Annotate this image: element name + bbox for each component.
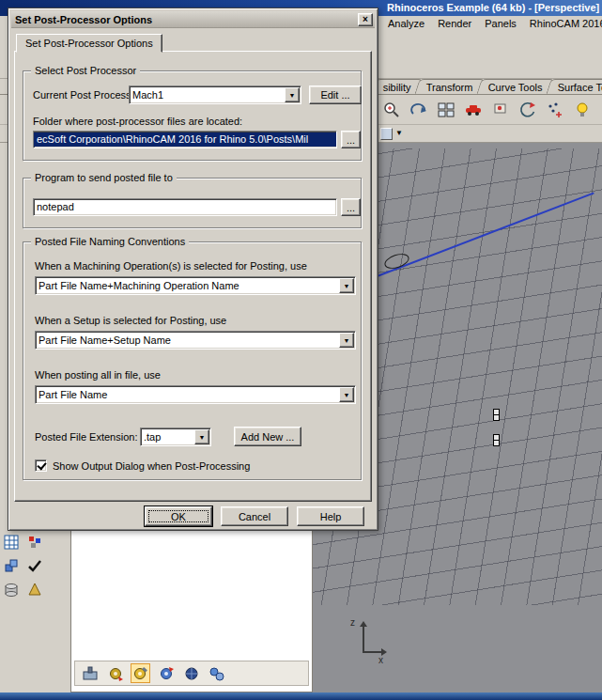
status-bar	[0, 692, 602, 700]
group-naming-conventions: Posted File Naming Conventions When a Ma…	[23, 241, 362, 480]
cancel-button[interactable]: Cancel	[221, 506, 288, 526]
cone-icon[interactable]	[26, 582, 45, 600]
cylinder-icon[interactable]	[3, 582, 22, 600]
red-car-icon[interactable]	[463, 100, 484, 120]
group-title: Select Post Processor	[31, 64, 140, 77]
cam-panel-toolbar	[74, 661, 309, 686]
help-button[interactable]: Help	[297, 506, 364, 526]
check-icon[interactable]	[26, 557, 45, 576]
stock-icon[interactable]	[181, 663, 201, 683]
folder-label: Folder where post-processor files are lo…	[33, 116, 242, 127]
machine-icon[interactable]	[80, 663, 100, 683]
all-naming-combobox[interactable]: Part File Name ▼	[35, 385, 356, 404]
chevron-down-icon[interactable]: ▼	[339, 387, 354, 402]
circle-arrow-icon[interactable]	[517, 100, 538, 120]
lightbulb-icon[interactable]	[572, 100, 593, 120]
operation-naming-combobox[interactable]: Part File Name+Machining Operation Name …	[35, 276, 356, 295]
axis-z-label: z	[350, 617, 355, 628]
stacked-cubes-icon[interactable]	[3, 557, 22, 576]
menu-analyze[interactable]: Analyze	[381, 18, 431, 29]
dialog-titlebar[interactable]: Set Post-Processor Options ×	[11, 11, 375, 28]
setup-naming-label: When a Setup is selected for Posting, us…	[35, 315, 226, 326]
folder-path-input[interactable]: ecSoft Corporation\RhinoCAM 2016 for Rhi…	[33, 131, 337, 148]
chevron-down-icon[interactable]: ▼	[339, 333, 354, 348]
extension-combobox[interactable]: .tap ▼	[140, 428, 211, 446]
rotate-view-icon[interactable]	[409, 100, 429, 120]
browse-folder-button[interactable]: ...	[341, 131, 361, 148]
chevron-down-icon[interactable]: ▼	[194, 429, 209, 444]
group-program-to-send: Program to send posted file to notepad .…	[23, 178, 362, 228]
colored-squares-icon[interactable]	[26, 534, 45, 552]
tab-surface-tools[interactable]: Surface To	[546, 79, 602, 94]
points-icon[interactable]	[545, 100, 565, 120]
point-marker	[493, 409, 498, 419]
dialog-tab-page: Select Post Processor Current Post Proce…	[14, 51, 372, 502]
tab-transform[interactable]: Transform	[414, 79, 485, 94]
extension-label: Posted File Extension:	[35, 431, 137, 443]
show-output-label: Show Output Dialog when Post-Processing	[53, 460, 250, 472]
dialog-title: Set Post-Processor Options	[15, 14, 358, 25]
ok-button[interactable]: OK	[145, 506, 212, 526]
group-title: Posted File Naming Conventions	[31, 235, 189, 248]
viewport-properties-icon[interactable]	[380, 128, 393, 140]
chevron-down-icon[interactable]: ▼	[395, 130, 403, 137]
group-select-post-processor: Select Post Processor Current Post Proce…	[23, 70, 362, 161]
setup-naming-combobox[interactable]: Part File Name+Setup Name ▼	[35, 331, 356, 350]
dialog-tab-control: Set Post-Processor Options Select Post P…	[14, 34, 372, 502]
current-post-processor-combobox[interactable]: Mach1 ▼	[129, 86, 301, 104]
regenerate-icon[interactable]	[156, 663, 176, 683]
dialog-button-row: OK Cancel Help	[145, 506, 364, 526]
left-toolbar-dock	[0, 526, 70, 692]
menu-render[interactable]: Render	[431, 18, 478, 29]
axis-x-label: x	[378, 655, 383, 665]
program-input[interactable]: notepad	[33, 198, 337, 216]
all-naming-label: When posting all in file, use	[35, 369, 161, 381]
show-output-checkbox[interactable]	[35, 459, 47, 472]
group-title: Program to send posted file to	[31, 171, 177, 184]
chevron-down-icon[interactable]: ▼	[285, 87, 300, 102]
close-icon[interactable]: ×	[358, 13, 373, 26]
menu-rhinocam-2016[interactable]: RhinoCAM 2016	[523, 18, 602, 29]
chevron-down-icon[interactable]: ▼	[339, 278, 354, 293]
post-processor-options-dialog: Set Post-Processor Options × Set Post-Pr…	[8, 8, 378, 531]
current-post-processor-label: Current Post Processor:	[33, 89, 143, 101]
browse-program-button[interactable]: ...	[341, 198, 361, 216]
tab-set-post-processor-options[interactable]: Set Post-Processor Options	[16, 34, 162, 53]
zoom-magnifier-icon[interactable]	[381, 100, 402, 120]
post-process-icon[interactable]	[105, 663, 125, 683]
edit-post-button[interactable]: Edit ...	[309, 86, 362, 104]
tab-curve-tools[interactable]: Curve Tools	[476, 79, 554, 94]
add-new-extension-button[interactable]: Add New ...	[234, 427, 301, 446]
target-point-icon[interactable]	[490, 100, 511, 120]
world-axes-icon: z x	[348, 617, 390, 666]
grid-table-icon[interactable]	[3, 534, 22, 552]
app-title-text: Rhinoceros Example (64 kb) - [Perspectiv…	[387, 2, 599, 13]
post-options-icon[interactable]	[131, 663, 150, 683]
viewport-layout-icon[interactable]	[436, 100, 456, 120]
point-marker	[493, 434, 498, 444]
cam-browser-panel	[70, 524, 313, 692]
simulate-icon[interactable]	[207, 663, 226, 683]
operation-naming-label: When a Machining Operation(s) is selecte…	[35, 260, 307, 272]
menu-panels[interactable]: Panels	[478, 18, 523, 29]
